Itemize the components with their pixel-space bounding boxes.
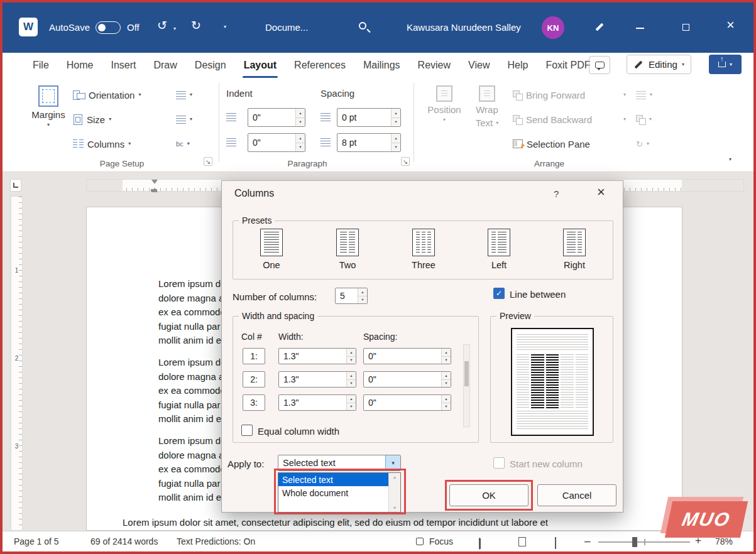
read-mode-icon[interactable]	[479, 538, 480, 550]
line-numbers-button[interactable]: ▾	[176, 110, 192, 129]
editing-mode-button[interactable]: Editing ▾	[627, 55, 691, 74]
zoom-slider[interactable]	[598, 541, 690, 543]
scrollbar-thumb[interactable]	[464, 361, 469, 386]
number-of-columns-value[interactable]: 5	[336, 288, 358, 303]
tab-stop-selector[interactable]	[10, 179, 21, 192]
preset-one[interactable]: One	[246, 229, 297, 270]
autosave-toggle[interactable]	[96, 21, 121, 34]
tab-references[interactable]: References	[285, 53, 354, 78]
spin-up-icon[interactable]: ▲	[392, 109, 400, 117]
apply-to-dropdown[interactable]: Selected text ▾	[278, 455, 401, 471]
spacing-after-field[interactable]: 8 pt ▲▼	[337, 133, 401, 152]
number-of-columns-stepper[interactable]: 5 ▲▼	[335, 288, 368, 304]
word-count[interactable]: 69 of 2414 words	[90, 536, 158, 546]
web-layout-icon[interactable]	[555, 537, 556, 549]
tab-home[interactable]: Home	[58, 53, 102, 78]
page-indicator[interactable]: Page 1 of 5	[14, 536, 59, 546]
column-width-value[interactable]: 1.3"	[279, 395, 346, 410]
ok-button[interactable]: OK	[449, 484, 529, 506]
listbox-scrollbar[interactable]: ▲ ▼	[388, 473, 400, 512]
tab-file[interactable]: File	[24, 53, 58, 78]
column-3-spacing-field[interactable]: 0" ▲▼	[363, 394, 451, 411]
zoom-out-button[interactable]: –	[584, 536, 590, 546]
column-spacing-value[interactable]: 0"	[364, 349, 441, 364]
spin-up-icon[interactable]: ▲	[296, 109, 305, 117]
scroll-down-icon[interactable]: ▼	[393, 506, 397, 510]
line-between-checkbox[interactable]: ✓	[493, 288, 505, 299]
preset-two[interactable]: Two	[322, 229, 373, 270]
column-3-width-field[interactable]: 1.3" ▲▼	[278, 394, 356, 411]
tab-design[interactable]: Design	[186, 53, 235, 78]
option-selected-text[interactable]: Selected text	[278, 473, 388, 486]
column-width-value[interactable]: 1.3"	[279, 372, 346, 387]
column-spacing-value[interactable]: 0"	[364, 395, 441, 410]
spin-down-icon[interactable]: ▼	[296, 117, 305, 127]
spin-down-icon[interactable]: ▼	[358, 296, 367, 304]
spin-up-icon[interactable]: ▲	[358, 288, 367, 296]
paragraph-dialog-launcher[interactable]: ↘	[401, 157, 410, 166]
spacing-before-field[interactable]: 0 pt ▲▼	[337, 108, 401, 127]
spin-down-icon[interactable]: ▼	[347, 403, 356, 411]
quick-access-chevron-icon[interactable]: ▾	[224, 24, 226, 30]
close-button[interactable]: ×	[726, 18, 735, 32]
equal-column-width-checkbox[interactable]	[241, 425, 253, 436]
spin-down-icon[interactable]: ▼	[392, 117, 400, 127]
column-1-spacing-field[interactable]: 0" ▲▼	[363, 348, 451, 364]
spin-down-icon[interactable]: ▼	[442, 356, 451, 364]
spin-up-icon[interactable]: ▲	[347, 395, 356, 403]
cancel-button[interactable]: Cancel	[537, 484, 616, 506]
spin-down-icon[interactable]: ▼	[442, 403, 451, 411]
option-whole-document[interactable]: Whole document	[278, 486, 388, 499]
search-icon[interactable]	[359, 22, 366, 30]
column-spacing-value[interactable]: 0"	[364, 372, 441, 387]
share-button[interactable]: ▾	[709, 55, 742, 74]
selection-pane-button[interactable]: Selection Pane	[513, 134, 626, 153]
preset-three[interactable]: Three	[398, 229, 449, 270]
undo-chevron-icon[interactable]: ▾	[173, 26, 176, 31]
column-2-width-field[interactable]: 1.3" ▲▼	[278, 371, 356, 388]
tab-mailings[interactable]: Mailings	[354, 53, 409, 78]
undo-icon[interactable]: ↺	[157, 19, 167, 31]
size-button[interactable]: Size ▾	[73, 110, 111, 129]
maximize-button[interactable]	[682, 24, 689, 31]
column-width-value[interactable]: 1.3"	[279, 349, 346, 364]
word-logo-icon[interactable]: W	[19, 18, 38, 36]
column-2-spacing-field[interactable]: 0" ▲▼	[363, 371, 451, 388]
redo-icon[interactable]: ↻	[191, 19, 201, 31]
zoom-percentage[interactable]: 78%	[715, 536, 733, 546]
spacing-after-value[interactable]: 8 pt	[337, 134, 391, 151]
indent-left-field[interactable]: 0" ▲▼	[248, 108, 305, 127]
margins-button[interactable]: Margins ▾	[29, 83, 68, 149]
draw-icon[interactable]	[594, 21, 605, 32]
spin-up-icon[interactable]: ▲	[347, 372, 356, 379]
collapse-ribbon-chevron-icon[interactable]: ▾	[729, 157, 731, 162]
indent-right-field[interactable]: 0" ▲▼	[248, 133, 305, 152]
text-predictions[interactable]: Text Predictions: On	[177, 536, 255, 546]
rows-scrollbar[interactable]	[463, 344, 470, 427]
zoom-slider-handle[interactable]	[632, 537, 637, 547]
indent-right-value[interactable]: 0"	[248, 134, 295, 151]
dialog-close-button[interactable]: ×	[597, 185, 605, 199]
spin-up-icon[interactable]: ▲	[392, 134, 400, 143]
tab-draw[interactable]: Draw	[145, 53, 185, 78]
dropdown-button[interactable]: ▾	[385, 455, 400, 470]
spin-down-icon[interactable]: ▼	[442, 379, 451, 388]
tab-layout[interactable]: Layout	[235, 53, 285, 78]
avatar[interactable]: KN	[542, 16, 564, 39]
focus-button[interactable]: Focus	[429, 536, 453, 546]
spin-up-icon[interactable]: ▲	[347, 349, 356, 356]
dialog-help-button[interactable]: ?	[554, 188, 559, 199]
spacing-before-value[interactable]: 0 pt	[337, 109, 391, 126]
scroll-up-icon[interactable]: ▲	[393, 475, 397, 479]
columns-button[interactable]: Columns ▾	[73, 134, 131, 153]
spin-up-icon[interactable]: ▲	[442, 372, 451, 379]
tab-insert[interactable]: Insert	[102, 53, 145, 78]
tab-help[interactable]: Help	[498, 53, 537, 78]
page-setup-dialog-launcher[interactable]: ↘	[204, 157, 212, 166]
breaks-button[interactable]: ▾	[176, 85, 192, 104]
preset-right[interactable]: Right	[549, 229, 600, 270]
orientation-button[interactable]: Orientation ▾	[73, 85, 141, 104]
hyphenation-button[interactable]: bc ▾	[176, 134, 190, 153]
tab-view[interactable]: View	[459, 53, 498, 78]
tab-review[interactable]: Review	[409, 53, 459, 78]
